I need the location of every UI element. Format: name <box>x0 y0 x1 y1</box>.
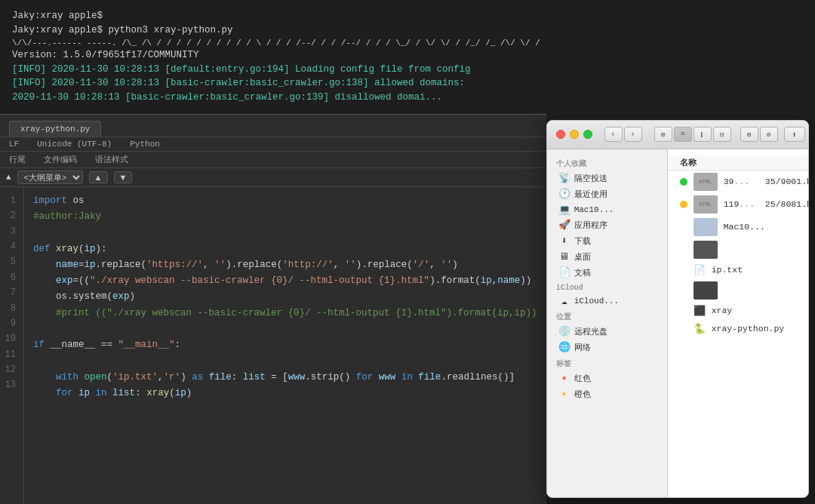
list-item[interactable]: 🐍 xray-python.py <box>668 320 808 338</box>
terminal: Jaky:xray apple$ Jaky:xray apple$ python… <box>0 0 815 114</box>
sidebar-item-documents[interactable]: 📄 文稿 <box>550 265 664 281</box>
traffic-lights <box>556 130 592 139</box>
status-line-col: 行尾 <box>9 154 26 165</box>
sidebar-item-mac-label: Mac10... <box>574 205 614 214</box>
list-view-btn[interactable]: ≡ <box>674 127 692 142</box>
outline-down-btn[interactable]: ▼ <box>114 171 133 183</box>
status-syntax: 语法样式 <box>95 154 128 165</box>
outline-up-btn[interactable]: ▲ <box>89 171 108 183</box>
nav-buttons: ‹ › <box>604 127 642 142</box>
sidebar-item-desktop[interactable]: 🖥 桌面 <box>550 249 664 265</box>
list-item[interactable]: ⬛ xray <box>668 302 808 320</box>
airdrop-icon: 📡 <box>559 173 570 183</box>
file-thumbnail: HTML <box>694 195 718 214</box>
sidebar-item-tag-red-label: 红色 <box>574 373 591 384</box>
list-item[interactable] <box>668 238 808 261</box>
column-view-btn[interactable]: ⫿ <box>694 127 712 142</box>
editor-tab-xray-python[interactable]: xray-python.py <box>9 121 101 137</box>
finder-body: 个人收藏 📡 隔空投送 🕐 最近使用 💻 Mac10... 🚀 应用程序 <box>547 149 808 497</box>
list-item[interactable]: HTML 39... 35/9001.html <box>668 171 808 193</box>
exec-file-icon: ⬛ <box>694 305 706 317</box>
sidebar-section-favorites: 个人收藏 <box>547 155 667 171</box>
finder-titlebar: ‹ › ⊞ ≡ ⫿ ⊟ ⊞ ⚙ ⬆ ✏ <box>547 121 808 149</box>
gear-btn[interactable]: ⚙ <box>760 127 778 142</box>
sidebar-item-applications[interactable]: 🚀 应用程序 <box>550 217 664 233</box>
sidebar-section-tags: 标签 <box>547 355 667 370</box>
info-line-3: 2020-11-30 10:28:13 [basic-crawler:basic… <box>12 91 803 105</box>
file-name-2: 119... 25/8081.html <box>724 199 808 209</box>
code-area[interactable]: 12345 678910 111213 import os #author:Ja… <box>0 187 546 504</box>
status-encoding: 文件编码 <box>44 154 77 165</box>
code-content[interactable]: import os #author:Jaky def xray(ip): nam… <box>24 187 546 504</box>
outline-arrow: ▲ <box>6 173 11 182</box>
status-dot <box>680 307 687 315</box>
sidebar-item-network-label: 网络 <box>574 342 591 353</box>
mac-icon: 💻 <box>559 204 570 215</box>
status-python: Python <box>130 140 160 149</box>
list-item[interactable] <box>668 279 808 302</box>
sidebar-item-mac[interactable]: 💻 Mac10... <box>550 202 664 217</box>
editor-status-bar: LF Unicode (UTF-8) Python <box>0 137 546 152</box>
status-unicode: Unicode (UTF-8) <box>37 140 112 149</box>
file-thumbnail <box>694 218 718 236</box>
terminal-line-2: Jaky:xray apple$ python3 xray-python.py <box>12 23 803 38</box>
icon-view-btn[interactable]: ⊞ <box>654 127 672 142</box>
sidebar-item-desktop-label: 桌面 <box>574 251 591 263</box>
sidebar-item-tag-orange-label: 橙色 <box>574 389 591 400</box>
status-lf: LF <box>9 140 19 149</box>
back-button[interactable]: ‹ <box>604 127 623 142</box>
status-dot <box>680 325 687 333</box>
file-name-xray: xray <box>712 306 733 315</box>
sidebar-item-applications-label: 应用程序 <box>574 220 607 231</box>
recent-icon: 🕐 <box>559 189 570 199</box>
sidebar-section-location: 位置 <box>547 309 667 324</box>
editor-tab-bar: xray-python.py <box>0 115 546 137</box>
edit-tags-btn[interactable]: ✏ <box>808 127 809 142</box>
finder-header: 名称 <box>668 155 808 171</box>
sort-btn[interactable]: ⊞ <box>740 127 758 142</box>
status-dot <box>680 178 687 186</box>
main-area: xray-python.py LF Unicode (UTF-8) Python… <box>0 114 815 504</box>
sidebar-item-network[interactable]: 🌐 网络 <box>550 340 664 355</box>
view-buttons: ⊞ ≡ ⫿ ⊟ <box>654 127 731 142</box>
forward-button[interactable]: › <box>624 127 642 142</box>
watermark: 雷石安全实验室 <box>734 483 807 496</box>
gallery-view-btn[interactable]: ⊟ <box>713 127 731 142</box>
network-icon: 🌐 <box>559 342 570 352</box>
txt-file-icon: 📄 <box>694 264 706 276</box>
name-column-header: 名称 <box>680 157 697 168</box>
list-item[interactable]: 📄 ip.txt <box>668 261 808 279</box>
info-line-1: [INFO] 2020-11-30 10:28:13 [default:entr… <box>12 63 803 77</box>
sidebar-item-recent-label: 最近使用 <box>574 189 607 200</box>
list-item[interactable]: Mac10... <box>668 216 808 238</box>
sidebar-item-airdrop[interactable]: 📡 隔空投送 <box>550 171 664 186</box>
sidebar-item-downloads-label: 下载 <box>574 235 591 247</box>
file-thumbnail <box>694 281 718 300</box>
finder-main[interactable]: 名称 HTML 39... 35/9001.html HTML 119... 2… <box>668 149 808 497</box>
sidebar-item-tag-orange[interactable]: ● 橙色 <box>550 386 664 402</box>
close-button[interactable] <box>556 130 565 139</box>
file-name-xray-python: xray-python.py <box>712 324 785 333</box>
applications-icon: 🚀 <box>559 220 570 230</box>
sidebar-item-recent[interactable]: 🕐 最近使用 <box>550 186 664 202</box>
sidebar-item-downloads[interactable]: ⬇ 下载 <box>550 233 664 249</box>
file-name-ip-txt: ip.txt <box>712 265 743 275</box>
status-dot <box>680 287 687 294</box>
minimize-button[interactable] <box>570 130 579 139</box>
file-name-3: Mac10... <box>724 222 765 232</box>
sidebar-item-dvd-label: 远程光盘 <box>574 326 607 337</box>
orange-tag-icon: ● <box>559 389 570 399</box>
outline-select[interactable]: <大纲菜单> <box>17 171 83 184</box>
sidebar-item-documents-label: 文稿 <box>574 267 591 278</box>
info-line-2: [INFO] 2020-11-30 10:28:13 [basic-crawle… <box>12 76 803 91</box>
maximize-button[interactable] <box>583 130 592 139</box>
sidebar-item-dvd[interactable]: 💿 远程光盘 <box>550 324 664 340</box>
file-name-1: 39... 35/9001.html <box>724 177 808 186</box>
red-tag-icon: ● <box>559 373 570 383</box>
list-item[interactable]: HTML 119... 25/8081.html <box>668 193 808 216</box>
share-btn[interactable]: ⬆ <box>784 127 805 142</box>
status-dot <box>680 266 687 274</box>
sidebar-item-icloud[interactable]: ☁ iCloud... <box>550 293 664 309</box>
sidebar-item-tag-red[interactable]: ● 红色 <box>550 370 664 386</box>
finder-toolbar-right: ⬆ ✏ <box>784 127 809 142</box>
